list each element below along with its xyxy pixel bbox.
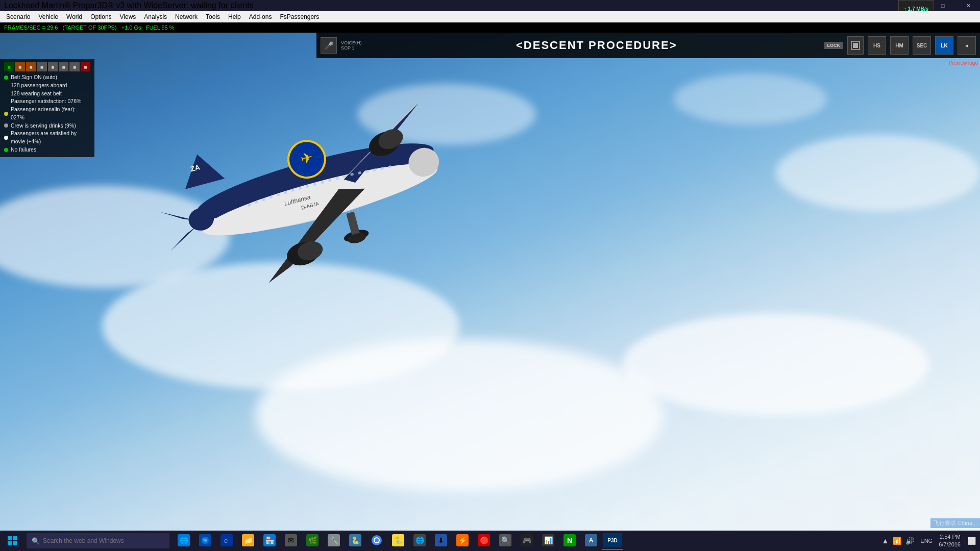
taskbar-app-ie[interactable]: e (216, 532, 237, 550)
browser3-icon: 🌐 (413, 534, 426, 546)
taskbar-app-python[interactable]: 🐍 (345, 532, 365, 550)
info-failures: No failures (4, 146, 90, 154)
tb-icon-3[interactable]: ■ (26, 62, 36, 71)
taskbar-app-py2[interactable]: 🐍 (388, 532, 408, 550)
search-input[interactable] (43, 537, 164, 544)
clock[interactable]: 2:54 PM 6/7/2016 (939, 533, 961, 549)
hud-sec-button[interactable]: SEC (913, 36, 931, 55)
close-button[interactable]: ✕ (957, 0, 980, 11)
taskbar-app-download[interactable]: ⬇ (431, 532, 451, 550)
taskbar-apps: 🌐 e 📁 🏪 ✉ 🌿 🔧 🐍 (172, 532, 877, 550)
watermark: 飞行赛联 China... (930, 518, 980, 528)
taskbar-app-n[interactable]: N (559, 532, 580, 550)
hud-lk-button[interactable]: LK (935, 36, 953, 55)
passengers-count-text: 128 passengers aboard (11, 82, 67, 90)
taskbar-app-b2[interactable]: 🌿 (302, 532, 323, 550)
python2-icon: 🐍 (392, 534, 404, 546)
hud-panel-icon (847, 36, 864, 55)
fps-display: FRAMES/SEC = 29.6 (TARGET OF 30FPS) +1.0… (4, 24, 175, 31)
titlebar: Lockheed Martin® Prepar3D® v3 with WideS… (0, 0, 980, 11)
tb-icon-6[interactable]: ■ (59, 62, 68, 71)
upload-speed: ↑ 1.7 MB/s (904, 6, 928, 12)
preview-text: Preview logo (949, 60, 978, 66)
toolbar-icons: ■ ■ ■ ■ ■ ■ ■ ■ (4, 62, 90, 71)
taskbar-app-chrome[interactable] (366, 532, 387, 550)
info-panel: ■ ■ ■ ■ ■ ■ ■ ■ Belt Sign ON (auto) 128 … (0, 59, 94, 157)
dot-adrenalin (4, 112, 8, 116)
cloud-3 (776, 135, 980, 211)
taskbar-app-a[interactable]: A (581, 532, 601, 550)
electric-icon: ⚡ (456, 534, 469, 546)
menu-vehicle[interactable]: Vehicle (34, 11, 62, 22)
tb-icon-5[interactable]: ■ (48, 62, 58, 71)
adrenalin-text: Passenger adrenalin (fear): 027% (11, 106, 90, 122)
menu-options[interactable]: Options (86, 11, 115, 22)
taskbar-app-explorer[interactable]: 🌐 (174, 532, 194, 550)
menu-scenario[interactable]: Scenario (2, 11, 34, 22)
dot-movie (4, 136, 8, 140)
tray-volume[interactable]: 🔊 (905, 537, 914, 545)
tb-icon-7[interactable]: ■ (69, 62, 79, 71)
menu-fspassengers[interactable]: FsPassengers (276, 11, 323, 22)
hud-bar: 🎤 VOICE(H) SOP 1 <DESCENT PROCEDURE> LOC… (316, 33, 980, 58)
maximize-button[interactable]: □ (931, 0, 954, 11)
info-adrenalin: Passenger adrenalin (fear): 027% (4, 106, 90, 122)
taskbar-app-tool[interactable]: 🔧 (324, 532, 344, 550)
cloud-4 (623, 313, 929, 415)
menu-tools[interactable]: Tools (202, 11, 224, 22)
menu-world[interactable]: World (62, 11, 86, 22)
search-bar[interactable]: 🔍 (27, 533, 169, 548)
browser2-icon: 🌿 (306, 534, 318, 546)
taskbar-app-files[interactable]: 📁 (238, 532, 258, 550)
chrome-icon (371, 534, 383, 546)
failures-text: No failures (11, 146, 36, 154)
taskbar-app-mail[interactable]: ✉ (281, 532, 301, 550)
clock-time: 2:54 PM (939, 533, 961, 541)
tb-icon-1[interactable]: ■ (4, 62, 14, 71)
menu-help[interactable]: Help (224, 11, 245, 22)
seatbelt-text: 128 wearing seat belt (11, 90, 62, 98)
tb-icon-4[interactable]: ■ (37, 62, 46, 71)
app1-icon: 🔴 (478, 534, 490, 546)
tb-icon-2[interactable]: ■ (15, 62, 24, 71)
taskbar-app-search2[interactable]: 🔍 (495, 532, 516, 550)
ie-icon: e (220, 534, 233, 546)
start-button[interactable] (0, 531, 24, 551)
titlebar-title: Lockheed Martin® Prepar3D® v3 with WideS… (4, 1, 254, 10)
cloud-6 (255, 339, 664, 492)
show-desktop-button[interactable]: ⬜ (965, 537, 976, 545)
info-satisfaction: Passenger satisfaction: 076% (4, 97, 90, 106)
tray-arrow[interactable]: ▲ (881, 537, 889, 545)
hud-procedure-display: <DESCENT PROCEDURE> (373, 39, 820, 52)
svg-text:e: e (224, 537, 228, 544)
hud-prev-button[interactable]: ◄ (958, 36, 976, 55)
taskbar-app-game[interactable]: 🎮 (517, 532, 537, 550)
menu-views[interactable]: Views (116, 11, 140, 22)
info-passengers-count: 128 passengers aboard (4, 82, 90, 90)
svg-rect-42 (8, 541, 12, 545)
taskbar-app-b3[interactable]: 🌐 (409, 532, 430, 550)
menu-analysis[interactable]: Analysis (140, 11, 171, 22)
menu-addons[interactable]: Add-ons (245, 11, 276, 22)
menu-network[interactable]: Network (171, 11, 202, 22)
tray-network[interactable]: 📶 (893, 537, 901, 545)
hud-hm-button[interactable]: HM (890, 36, 909, 55)
hud-hs-button[interactable]: HS (868, 36, 886, 55)
taskbar-app-app1[interactable]: 🔴 (474, 532, 494, 550)
taskbar-app-stats[interactable]: 📊 (538, 532, 558, 550)
search-icon: 🔍 (32, 537, 40, 545)
files-icon: 📁 (242, 534, 254, 546)
taskbar-app-edge[interactable] (195, 532, 215, 550)
taskbar-app-store[interactable]: 🏪 (259, 532, 280, 550)
stats-icon: 📊 (542, 534, 554, 546)
p3d-icon: P3D (603, 533, 622, 547)
taskbar-app-p3d[interactable]: P3D (602, 532, 623, 550)
belt-sign-text: Belt Sign ON (auto) (11, 73, 57, 82)
tb-icon-8[interactable]: ■ (81, 62, 90, 71)
search2-icon: 🔍 (499, 534, 511, 546)
taskbar-app-electric[interactable]: ⚡ (452, 532, 473, 550)
cloud-7 (674, 73, 827, 124)
info-seatbelt: 128 wearing seat belt (4, 90, 90, 98)
hud-lock-button[interactable]: LOCK (824, 42, 844, 49)
movie-text: Passengers are satisfied by movie (+4%) (11, 130, 90, 146)
